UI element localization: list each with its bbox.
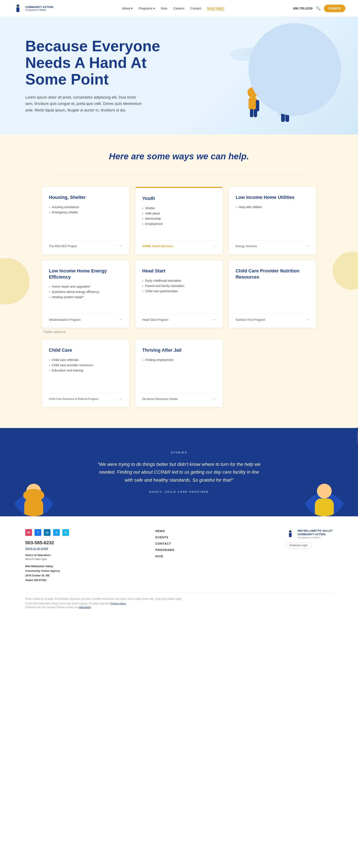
nav-need-help[interactable]: Need Help? — [207, 6, 225, 10]
card-headstart-arrow[interactable]: → — [212, 317, 216, 322]
card-childcare-arrow[interactable]: → — [118, 397, 122, 401]
svg-rect-30 — [289, 533, 292, 537]
facebook-icon[interactable]: f — [34, 529, 41, 536]
list-item: Finding employment — [142, 357, 216, 363]
svg-rect-1 — [17, 7, 19, 12]
card-energy-title: Low Income Home Energy Efficiency — [49, 268, 122, 280]
empty-placeholder — [229, 340, 316, 407]
card-jail-footer: De Muniz Resource Center → — [142, 393, 216, 401]
footer-divider — [25, 593, 333, 593]
footer-privacy-link[interactable]: Privacy policy. — [110, 602, 126, 605]
footer-nav-give[interactable]: GIVE — [156, 555, 163, 558]
list-item: Heating system repair* — [49, 294, 122, 300]
card-utilities-arrow[interactable]: → — [305, 244, 309, 248]
hero-circle-decoration — [248, 23, 341, 116]
donate-button[interactable]: DONATE — [324, 5, 346, 12]
nav-links: About ▾ Programs ▾ Give Careers Contact … — [122, 6, 224, 10]
footnote: *Eligible applicants — [42, 330, 316, 333]
stories-author: NANCY, CHILD CARE PROVIDER — [95, 490, 263, 493]
card-housing-arrow[interactable]: → — [118, 244, 122, 248]
instagram-icon[interactable]: IG — [25, 529, 32, 536]
card-jail-title: Thriving After Jail — [142, 347, 216, 353]
footer-hours: Mon-Fri 8am-5pm — [25, 558, 139, 561]
list-item: Child care partnerships — [142, 288, 216, 294]
card-housing-link[interactable]: The ARCHES Project — [49, 245, 77, 248]
card-youth-title: Youth — [142, 195, 216, 202]
logo[interactable]: COMMUNITY ACTION Compassion in Motion — [12, 3, 53, 14]
card-utilities-link[interactable]: Energy Services — [236, 245, 257, 248]
card-nutrition-title: Child Care Provider Nutrition Resources — [236, 268, 309, 280]
card-headstart: Head Start Early childhood education Par… — [135, 260, 222, 328]
card-housing-footer: The ARCHES Project → — [49, 240, 122, 248]
svg-rect-17 — [254, 109, 257, 117]
card-headstart-title: Head Start — [142, 268, 216, 274]
card-childcare-link[interactable]: Child Care Resource & Referral Program — [49, 397, 99, 400]
footer-nav-programs[interactable]: PROGRAMS — [156, 548, 174, 552]
footer-logo-sub: Compassion in Motion — [298, 536, 333, 539]
nav-programs[interactable]: Programs ▾ — [139, 6, 155, 10]
stories-content: STORIES “We were trying to do things bet… — [95, 451, 263, 493]
footer-logo-text: Mid-Willamette ValleyCOMMUNITY ACTION — [298, 529, 333, 536]
footer-nav-contact[interactable]: CONTACT — [156, 542, 171, 545]
card-childcare: Child Care Child care referrals Child ca… — [42, 340, 129, 407]
list-item: Safe place — [142, 211, 216, 216]
list-item: Home repair and upgrades* — [49, 284, 122, 289]
footer-webmaster-link[interactable]: webmaster — [79, 606, 91, 609]
feedback-tab[interactable]: Feedback — [356, 428, 358, 445]
nav-give[interactable]: Give — [161, 6, 167, 10]
search-icon[interactable]: 🔍 — [316, 6, 321, 11]
cards-grid-row2: Child Care Child care referrals Child ca… — [42, 340, 316, 407]
list-item: Questions about energy efficiency — [49, 289, 122, 294]
card-nutrition-link[interactable]: Nutrition First Program — [236, 318, 265, 321]
stories-avatar-right — [303, 474, 346, 516]
footer-problem: Problems with this website? Please conta… — [25, 606, 333, 609]
twitter-icon[interactable]: t — [53, 529, 60, 536]
card-energy: Low Income Home Energy Efficiency Home r… — [42, 260, 129, 328]
card-childcare-footer: Child Care Resource & Referral Program → — [49, 393, 122, 401]
card-youth-arrow[interactable]: → — [212, 244, 216, 248]
card-jail-arrow[interactable]: → — [212, 397, 216, 401]
card-housing-title: Housing, Shelter — [49, 194, 122, 200]
employee-login-button[interactable]: Employee Login — [285, 542, 312, 549]
card-youth: Youth Shelter Safe place Mentorship Empl… — [135, 187, 222, 254]
card-energy-link[interactable]: Weatherization Program — [49, 318, 81, 321]
nav-about[interactable]: About ▾ — [122, 6, 133, 10]
list-item: Help with utilities — [236, 204, 309, 210]
card-housing-list: Housing assistance Emergency shelter — [49, 204, 122, 236]
card-utilities-title: Low Income Home Utilities — [236, 194, 309, 200]
nav-contact[interactable]: Contact — [190, 6, 201, 10]
services-section: Here are some ways we can help. Housing,… — [0, 134, 358, 428]
card-headstart-link[interactable]: Head Start Program — [142, 318, 168, 321]
footer-top: IG f in t V 503-585-6232 Send us an emai… — [25, 529, 333, 583]
card-nutrition-arrow[interactable]: → — [305, 317, 309, 322]
footer-nav-news[interactable]: NEWS — [156, 529, 165, 533]
stories-quote: “We were trying to do things better but … — [95, 460, 263, 484]
card-nutrition: Child Care Provider Nutrition Resources … — [229, 260, 316, 328]
svg-point-2 — [17, 4, 19, 7]
vimeo-icon[interactable]: V — [62, 529, 69, 536]
card-youth-link[interactable]: HOME Youth Services — [142, 245, 173, 248]
card-jail: Thriving After Jail Finding employment D… — [135, 340, 222, 407]
linkedin-icon[interactable]: in — [44, 529, 51, 536]
footer-nav-col: NEWS EVENTS CONTACT PROGRAMS GIVE — [156, 529, 269, 583]
list-item: Mentorship — [142, 216, 216, 221]
card-headstart-list: Early childhood education Parent and fam… — [142, 278, 216, 310]
svg-rect-28 — [315, 498, 334, 516]
footer-credits: Photo credits top of page: Priscillasija… — [25, 597, 333, 600]
card-energy-arrow[interactable]: → — [118, 317, 122, 322]
footer: IG f in t V 503-585-6232 Send us an emai… — [0, 516, 358, 615]
nav-careers[interactable]: Careers — [173, 6, 184, 10]
stories-avatar-left — [12, 474, 55, 516]
hero-title: Because Everyone Needs A Hand At Some Po… — [25, 38, 173, 88]
footer-nav-events[interactable]: EVENTS — [156, 536, 168, 539]
stories-section: STORIES “We were trying to do things bet… — [0, 428, 358, 516]
nav-right: 800.755.2239 🔍 DONATE — [293, 5, 346, 12]
footer-logo-col: Mid-Willamette ValleyCOMMUNITY ACTION Co… — [285, 529, 333, 583]
card-youth-footer: HOME Youth Services → — [142, 240, 216, 248]
card-jail-link[interactable]: De Muniz Resource Center — [142, 397, 178, 401]
hero-section: Because Everyone Needs A Hand At Some Po… — [0, 17, 358, 134]
footer-logo-icon — [285, 529, 295, 538]
main-nav: COMMUNITY ACTION Compassion in Motion Ab… — [0, 0, 358, 17]
footer-email[interactable]: Send us an email — [25, 547, 139, 550]
services-heading: Here are some ways we can help. — [25, 151, 333, 161]
